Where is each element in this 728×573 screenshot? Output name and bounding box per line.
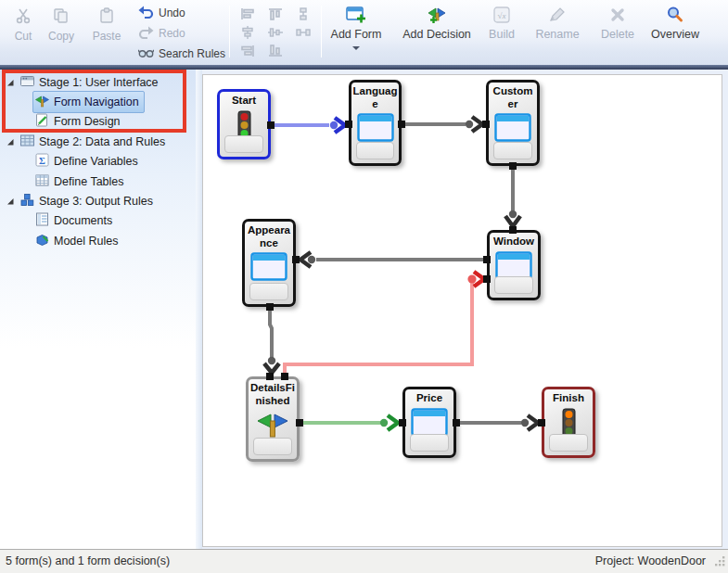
flow-canvas[interactable]: Start Languag e Custom er Appeara nce (202, 74, 722, 547)
scissors-icon (6, 6, 41, 26)
model-cube-icon (35, 233, 49, 249)
tree-item-model-rules[interactable]: Model Rules (0, 231, 196, 250)
stage-window-icon (20, 74, 34, 91)
magnifier-icon (645, 5, 705, 25)
node-label: Start (232, 95, 256, 108)
edge-window-appearance[interactable] (300, 252, 483, 267)
toolbar-separator (229, 6, 230, 57)
edge-appearance-detailsfinished[interactable] (264, 311, 279, 373)
node-finish[interactable]: Finish (542, 387, 595, 458)
distribute-vertical-icon (289, 5, 317, 23)
node-detailsfinished[interactable]: DetailsFi nished (246, 376, 300, 462)
node-footer (494, 276, 533, 294)
add-form-label: Add Form (328, 28, 384, 41)
cubes-icon (20, 193, 34, 210)
search-rules-button[interactable]: Search Rules (138, 45, 225, 62)
redo-button: Redo (138, 25, 185, 42)
node-price[interactable]: Price (402, 387, 456, 458)
node-footer (249, 283, 288, 300)
align-middle-horizontal-icon (262, 23, 289, 42)
paste-button: Paste (86, 6, 127, 43)
node-appearance[interactable]: Appeara nce (242, 219, 296, 307)
copy-button: Copy (41, 6, 82, 43)
build-label: Build (480, 28, 523, 41)
align-top-icon (262, 5, 289, 23)
edge-detailsfinished-window[interactable] (285, 272, 484, 373)
node-label: DetailsFi nished (250, 382, 295, 407)
rename-label: Rename (530, 28, 585, 41)
build-icon: √x (480, 5, 523, 25)
expand-triangle-icon[interactable] (6, 137, 18, 146)
expand-triangle-icon[interactable] (6, 78, 18, 87)
add-form-dropdown-arrow[interactable] (352, 46, 360, 50)
copy-icon (41, 6, 82, 26)
navigation-pinwheel-icon (35, 94, 49, 110)
edge-customer-window[interactable] (505, 170, 520, 226)
edge-language-customer[interactable] (405, 117, 482, 132)
tree-item-label: Define Variables (54, 155, 138, 168)
node-footer (410, 434, 449, 452)
window-icon (250, 252, 287, 285)
delete-button: Delete (594, 5, 641, 41)
delete-x-icon (594, 5, 641, 25)
node-label: Appeara nce (248, 224, 290, 249)
redo-label: Redo (159, 27, 185, 40)
node-customer[interactable]: Custom er (486, 80, 540, 166)
tree-item-label: Form Navigation (54, 96, 139, 108)
align-left-icon (234, 5, 262, 23)
node-window[interactable]: Window (487, 230, 541, 300)
align-bottom-icon (262, 42, 289, 60)
tree-item-stage1[interactable]: Stage 1: User Interface (0, 72, 196, 92)
flow-edges[interactable] (203, 75, 723, 548)
pencil-icon (530, 5, 585, 25)
edge-detailsfinished-price[interactable] (303, 415, 398, 430)
tree-item-define-tables[interactable]: Define Tables (0, 172, 196, 191)
add-form-button[interactable]: Add Form (328, 5, 384, 50)
node-footer (549, 434, 588, 452)
canvas-background: Start Languag e Custom er Appeara nce (202, 70, 728, 549)
add-form-icon (328, 5, 384, 25)
status-project: Project: WoodenDoor (595, 554, 706, 567)
tree-item-stage2[interactable]: Stage 2: Data and Rules (0, 132, 196, 151)
rename-button: Rename (530, 5, 585, 41)
redo-icon (138, 26, 154, 42)
tree-item-label: Form Design (54, 115, 121, 128)
sidebar-splitter[interactable] (196, 70, 202, 549)
tree-item-label: Stage 3: Output Rules (39, 195, 153, 208)
document-icon (35, 212, 49, 229)
edge-start-language[interactable] (275, 118, 345, 133)
tree-item-form-navigation[interactable]: Form Navigation (0, 92, 196, 111)
tree-item-documents[interactable]: Documents (0, 211, 196, 231)
add-decision-button[interactable]: Add Decision (399, 5, 475, 41)
sigma-icon: Σ (35, 153, 49, 170)
node-start[interactable]: Start (217, 89, 271, 159)
form-pencil-icon (35, 113, 49, 130)
tree-item-form-design[interactable]: Form Design (0, 112, 196, 132)
tree-item-stage3[interactable]: Stage 3: Output Rules (0, 191, 196, 210)
tree-item-define-variables[interactable]: Σ Define Variables (0, 152, 196, 172)
node-label: Custom er (493, 85, 533, 110)
search-rules-label: Search Rules (159, 47, 225, 60)
undo-button[interactable]: Undo (138, 5, 185, 21)
node-language[interactable]: Languag e (349, 80, 402, 166)
add-decision-icon (399, 5, 475, 25)
window-icon (494, 113, 531, 146)
table-icon (20, 134, 34, 150)
tree-item-label: Model Rules (54, 235, 118, 248)
node-footer (356, 142, 394, 159)
overview-button[interactable]: Overview (645, 5, 705, 41)
copy-label: Copy (41, 30, 82, 43)
edge-price-finish[interactable] (460, 415, 538, 430)
align-right-icon (234, 42, 262, 60)
expand-triangle-icon[interactable] (6, 197, 18, 206)
build-button: √x Build (480, 5, 523, 41)
node-label: Window (493, 236, 534, 248)
clipboard-icon (86, 6, 127, 26)
node-label: Languag e (353, 85, 398, 110)
cut-label: Cut (6, 30, 41, 43)
paste-label: Paste (86, 30, 127, 43)
undo-label: Undo (159, 6, 185, 19)
toolbar-separator (321, 6, 322, 57)
resize-grip[interactable] (714, 555, 726, 570)
tree-item-label: Stage 2: Data and Rules (39, 135, 165, 148)
